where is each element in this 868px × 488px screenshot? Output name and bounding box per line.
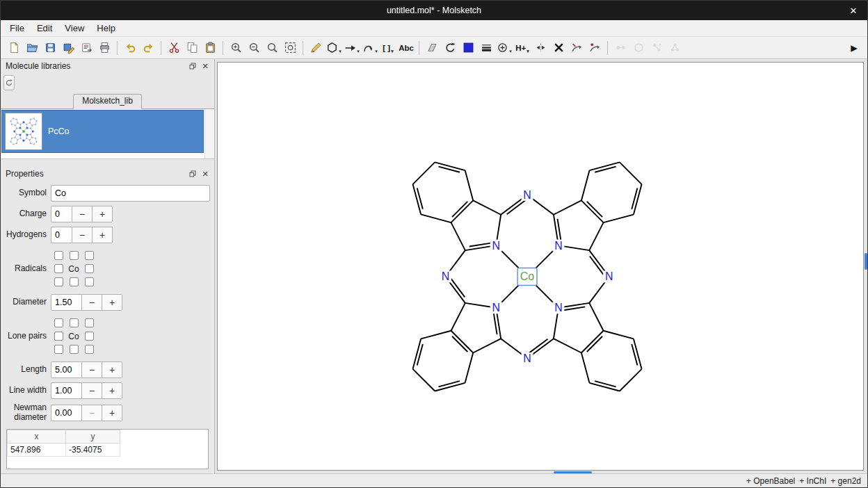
bond[interactable] (421, 214, 451, 222)
atom-label-co[interactable]: Co (520, 270, 535, 282)
menu-view[interactable]: View (58, 21, 90, 35)
radical-checkbox[interactable] (70, 277, 79, 286)
radical-checkbox[interactable] (70, 251, 79, 260)
redo-button[interactable] (139, 39, 157, 57)
line-width-value-input[interactable] (51, 382, 82, 399)
bond[interactable] (554, 339, 581, 352)
menu-edit[interactable]: Edit (31, 21, 58, 35)
tab-molsketch-lib[interactable]: Molsketch_lib (73, 94, 142, 109)
bond[interactable] (451, 222, 465, 250)
bond[interactable] (413, 369, 435, 391)
atom-label-pyrrole-n[interactable]: N (492, 240, 500, 252)
bond[interactable] (421, 331, 451, 339)
coordinate-y-cell[interactable]: -35.4075 (66, 443, 120, 456)
bond[interactable] (604, 215, 634, 223)
copy-button[interactable] (183, 39, 201, 57)
charge-value-input[interactable] (51, 206, 72, 222)
bond[interactable] (451, 303, 465, 331)
text-tool-button[interactable]: Abc (397, 39, 415, 57)
newman-diameter-decrement-button[interactable]: − (82, 405, 102, 421)
babel-tool-2-button[interactable] (629, 39, 648, 57)
atom-label-pyrrole-n[interactable]: N (554, 240, 563, 252)
drawing-canvas[interactable]: NNNNNNNNCo (217, 62, 864, 471)
symbol-input[interactable] (51, 185, 210, 202)
radical-checkbox[interactable] (85, 251, 94, 260)
length-increment-button[interactable]: + (102, 361, 122, 378)
atom-label-pyrrole-n[interactable]: N (492, 302, 500, 314)
diameter-increment-button[interactable]: + (102, 294, 122, 311)
mechanism-arrow-tool-1-button[interactable] (568, 39, 586, 57)
newman-diameter-value-input[interactable] (51, 405, 82, 421)
flip-tool-button[interactable] (531, 39, 549, 57)
hydrogen-tool-button[interactable]: H+▾ (513, 39, 531, 57)
lone-pair-checkbox[interactable] (85, 318, 94, 327)
save-file-button[interactable] (41, 39, 59, 57)
hydrogens-increment-button[interactable]: + (93, 227, 113, 243)
line-width-decrement-button[interactable]: − (82, 382, 102, 399)
mechanism-arrow-tool-2-button[interactable] (586, 39, 604, 57)
lone-pair-checkbox[interactable] (54, 332, 63, 341)
molecule-drawing[interactable]: NNNNNNNNCo (218, 63, 863, 470)
bond[interactable] (620, 369, 642, 391)
newman-diameter-increment-button[interactable]: + (102, 405, 122, 421)
bond[interactable] (581, 352, 590, 382)
bond[interactable] (604, 331, 634, 339)
zoom-reset-button[interactable] (263, 39, 281, 57)
horizontal-scrollbar-thumb[interactable] (554, 471, 592, 473)
ring-tool-button[interactable]: ▾ (325, 39, 343, 57)
reaction-arrow-tool-button[interactable]: ▾ (343, 39, 361, 57)
bond[interactable] (465, 352, 474, 382)
undo-button[interactable] (121, 39, 139, 57)
curved-arrow-tool-button[interactable]: ▾ (361, 39, 379, 57)
length-value-input[interactable] (51, 361, 82, 378)
line-width-tool-button[interactable] (477, 39, 495, 57)
hydrogens-decrement-button[interactable]: − (72, 227, 93, 243)
library-panel-close-button[interactable]: ✕ (199, 60, 211, 72)
export-document-button[interactable] (77, 39, 95, 57)
bond[interactable] (413, 162, 435, 184)
bond[interactable] (451, 200, 474, 222)
bond[interactable] (581, 170, 590, 200)
babel-tool-4-button[interactable] (666, 39, 684, 57)
zoom-in-button[interactable] (227, 39, 245, 57)
open-file-button[interactable] (23, 39, 41, 57)
atom-label-pyrrole-n[interactable]: N (554, 302, 563, 314)
bond[interactable] (589, 303, 603, 331)
new-file-button[interactable] (5, 39, 23, 57)
charge-tool-button[interactable]: ▾ (495, 39, 513, 57)
lone-pair-checkbox[interactable] (70, 318, 79, 327)
radical-checkbox[interactable] (85, 264, 94, 273)
bond[interactable] (554, 200, 581, 214)
babel-tool-3-button[interactable] (648, 39, 666, 57)
library-item-pcco[interactable]: PcCo (1, 110, 204, 153)
zoom-fit-button[interactable] (281, 39, 299, 57)
radical-checkbox[interactable] (54, 251, 63, 260)
bond[interactable] (589, 222, 603, 250)
window-close-button[interactable]: ✕ (845, 1, 862, 20)
zoom-out-button[interactable] (245, 39, 263, 57)
print-button[interactable] (95, 39, 113, 57)
charge-increment-button[interactable]: + (93, 206, 113, 222)
bracket-tool-button[interactable]: [ ]▾ (379, 39, 397, 57)
menu-help[interactable]: Help (90, 21, 122, 35)
radical-checkbox[interactable] (54, 277, 63, 286)
color-tool-button[interactable] (459, 39, 477, 57)
lone-pair-checkbox[interactable] (54, 345, 63, 354)
properties-panel-float-button[interactable] (186, 168, 199, 179)
rotate-tool-button[interactable] (441, 39, 459, 57)
paste-button[interactable] (201, 39, 219, 57)
selection-tool-button[interactable] (423, 39, 441, 57)
charge-decrement-button[interactable]: − (72, 206, 93, 222)
atom-label-aza-n[interactable]: N (442, 270, 450, 282)
atom-label-aza-n[interactable]: N (523, 352, 531, 364)
bond[interactable] (465, 170, 474, 200)
lone-pair-checkbox[interactable] (70, 345, 79, 354)
hydrogens-value-input[interactable] (51, 227, 72, 243)
bond[interactable] (581, 331, 604, 353)
delete-tool-button[interactable] (549, 39, 568, 57)
bond[interactable] (473, 339, 501, 352)
cut-button[interactable] (165, 39, 183, 57)
menu-file[interactable]: File (3, 21, 31, 35)
radical-checkbox[interactable] (54, 264, 63, 273)
diameter-value-input[interactable] (51, 294, 82, 311)
